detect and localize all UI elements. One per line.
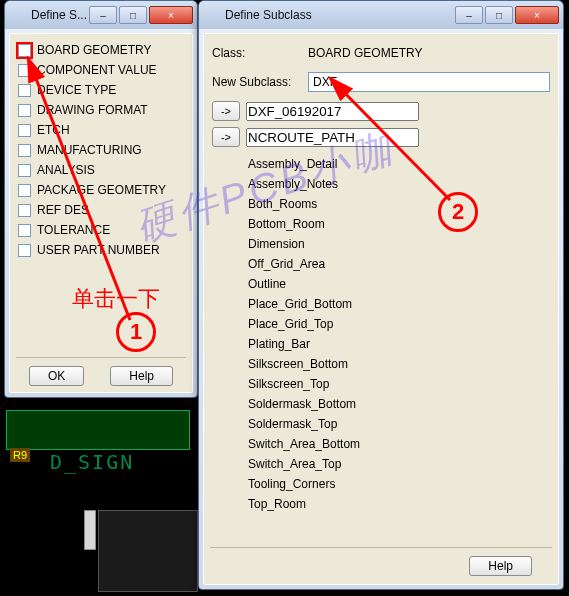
- class-item-component-value[interactable]: COMPONENT VALUE: [16, 60, 186, 80]
- class-item-label: TOLERANCE: [37, 223, 110, 237]
- maximize-button[interactable]: □: [485, 6, 513, 24]
- maximize-button[interactable]: □: [119, 6, 147, 24]
- class-item-label: DRAWING FORMAT: [37, 103, 148, 117]
- class-label: Class:: [212, 46, 308, 60]
- class-item-analysis[interactable]: ANALYSIS: [16, 160, 186, 180]
- subclass-item[interactable]: Bottom_Room: [246, 214, 552, 234]
- subclass-item[interactable]: Switch_Area_Top: [246, 454, 552, 474]
- class-item-drawing-format[interactable]: DRAWING FORMAT: [16, 100, 186, 120]
- new-subclass-label: New Subclass:: [212, 75, 308, 89]
- checkbox-icon[interactable]: [18, 64, 31, 77]
- subclass-item[interactable]: Switch_Area_Bottom: [246, 434, 552, 454]
- define-subclass-detail-window: Define Subclass – □ × Class: BOARD GEOME…: [198, 0, 564, 590]
- checkbox-icon[interactable]: [18, 224, 31, 237]
- close-button[interactable]: ×: [149, 6, 193, 24]
- class-item-label: REF DES: [37, 203, 89, 217]
- window-title: Define Subclass: [225, 8, 455, 22]
- checkbox-icon[interactable]: [18, 144, 31, 157]
- ok-button[interactable]: OK: [29, 366, 84, 386]
- subclass-item[interactable]: Place_Grid_Bottom: [246, 294, 552, 314]
- class-item-label: ANALYSIS: [37, 163, 95, 177]
- help-button[interactable]: Help: [469, 556, 532, 576]
- minimize-button[interactable]: –: [455, 6, 483, 24]
- subclass-item[interactable]: Dimension: [246, 234, 552, 254]
- app-icon: [203, 7, 219, 23]
- close-button[interactable]: ×: [515, 6, 559, 24]
- goto-arrow-button[interactable]: ->: [212, 101, 240, 121]
- subclass-item[interactable]: Soldermask_Top: [246, 414, 552, 434]
- subclass-item[interactable]: Silkscreen_Bottom: [246, 354, 552, 374]
- checkbox-icon[interactable]: [18, 164, 31, 177]
- subclass-item[interactable]: Tooling_Corners: [246, 474, 552, 494]
- help-button[interactable]: Help: [110, 366, 173, 386]
- app-icon: [9, 7, 25, 23]
- class-item-manufacturing[interactable]: MANUFACTURING: [16, 140, 186, 160]
- class-item-label: PACKAGE GEOMETRY: [37, 183, 166, 197]
- subclass-list: Assembly_Detail Assembly_Notes Both_Room…: [246, 154, 552, 543]
- checkbox-icon[interactable]: [18, 244, 31, 257]
- world-view-pane[interactable]: [98, 510, 198, 592]
- class-item-label: BOARD GEOMETRY: [37, 43, 151, 57]
- class-item-etch[interactable]: ETCH: [16, 120, 186, 140]
- checkbox-icon[interactable]: [18, 84, 31, 97]
- checkbox-icon[interactable]: [18, 204, 31, 217]
- subclass-item[interactable]: Soldermask_Bottom: [246, 394, 552, 414]
- class-item-label: MANUFACTURING: [37, 143, 142, 157]
- class-item-label: DEVICE TYPE: [37, 83, 116, 97]
- pcb-trace-area: [6, 410, 190, 450]
- window-title: Define S...: [31, 8, 89, 22]
- subclass-item[interactable]: Outline: [246, 274, 552, 294]
- titlebar[interactable]: Define Subclass – □ ×: [199, 1, 563, 29]
- subclass-item[interactable]: Off_Grid_Area: [246, 254, 552, 274]
- titlebar[interactable]: Define S... – □ ×: [5, 1, 197, 29]
- class-item-board-geometry[interactable]: BOARD GEOMETRY: [16, 40, 186, 60]
- class-item-device-type[interactable]: DEVICE TYPE: [16, 80, 186, 100]
- checkbox-icon[interactable]: [18, 44, 31, 57]
- subclass-item[interactable]: Top_Room: [246, 494, 552, 514]
- subclass-item[interactable]: Plating_Bar: [246, 334, 552, 354]
- checkbox-icon[interactable]: [18, 104, 31, 117]
- class-item-label: ETCH: [37, 123, 70, 137]
- existing-subclass-field-1[interactable]: [246, 102, 419, 121]
- checkbox-icon[interactable]: [18, 184, 31, 197]
- new-subclass-input[interactable]: [308, 72, 550, 92]
- pcb-net-label: D_SIGN: [50, 450, 134, 474]
- subclass-item[interactable]: Place_Grid_Top: [246, 314, 552, 334]
- subclass-item[interactable]: Silkscreen_Top: [246, 374, 552, 394]
- checkbox-icon[interactable]: [18, 124, 31, 137]
- world-view-toggle[interactable]: [84, 510, 96, 550]
- class-value: BOARD GEOMETRY: [308, 46, 550, 60]
- class-item-label: COMPONENT VALUE: [37, 63, 157, 77]
- minimize-button[interactable]: –: [89, 6, 117, 24]
- goto-arrow-button[interactable]: ->: [212, 127, 240, 147]
- pcb-ref-r9: R9: [10, 448, 30, 462]
